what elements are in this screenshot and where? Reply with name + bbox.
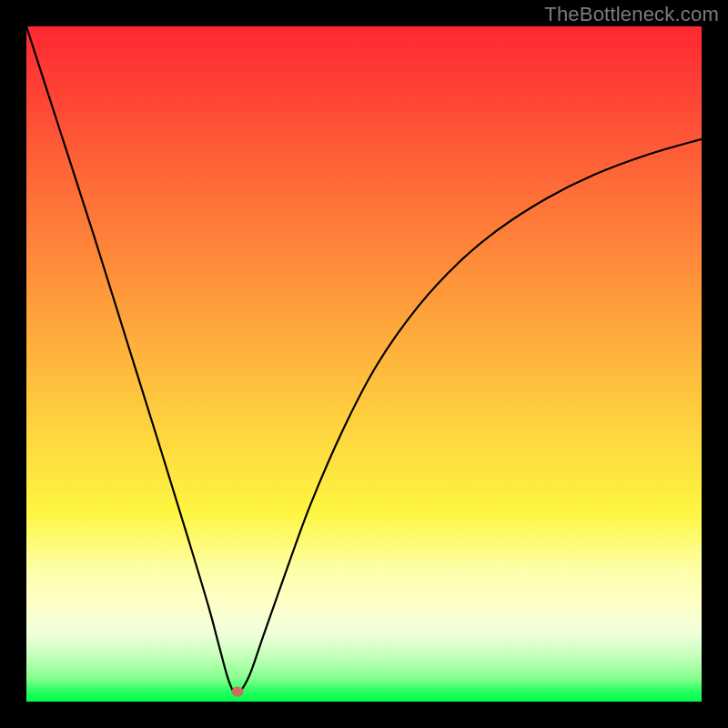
optimal-point-marker [231,686,243,696]
chart-frame: TheBottleneck.com [0,0,728,728]
watermark-text: TheBottleneck.com [544,3,719,26]
plot-area [26,26,702,702]
bottleneck-curve [26,26,702,702]
